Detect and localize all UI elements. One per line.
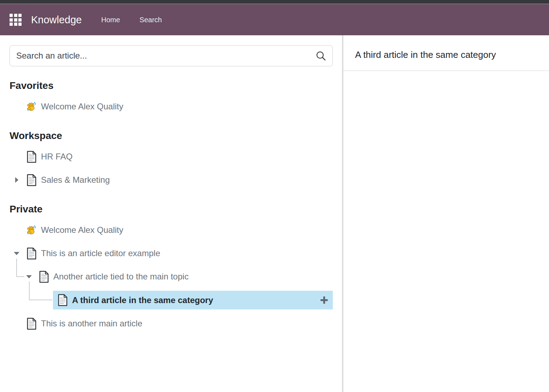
article-label[interactable]: HR FAQ [41,152,72,162]
waving-hand-icon [26,100,37,113]
article-label[interactable]: This is another main article [41,319,142,328]
tree-connector-line [16,259,24,277]
document-icon [26,247,37,260]
nav-item-search[interactable]: Search [140,16,162,24]
article-label[interactable]: Sales & Marketing [41,175,110,185]
window-top-strip [0,0,549,4]
article-content-panel: A third article in the same category [343,35,549,392]
caret-down-icon[interactable] [12,249,21,258]
nav-item-home[interactable]: Home [101,16,120,24]
waving-hand-icon [26,224,37,236]
article-item-third-article-selected[interactable]: A third article in the same category [53,291,333,309]
section-title-private: Private [10,203,333,216]
caret-slot [12,225,21,235]
caret-down-icon[interactable] [24,272,34,281]
caret-slot [12,319,21,328]
article-item-another-main[interactable]: This is another main article [10,314,333,333]
article-item-editor-example[interactable]: This is an article editor example [10,244,333,263]
document-icon [26,174,37,186]
document-icon [26,317,37,330]
app-navbar: Knowledge Home Search [0,4,549,35]
article-search-box[interactable] [10,45,333,66]
article-item-hr-faq[interactable]: HR FAQ [10,147,333,166]
caret-slot [12,102,21,111]
article-sidebar: Favorites [0,35,342,392]
article-item-welcome-favorite[interactable]: Welcome Alex Quality [10,97,333,116]
search-icon[interactable] [315,50,326,61]
app-title[interactable]: Knowledge [31,14,82,26]
article-item-third-article-row: A third article in the same category [10,291,333,309]
caret-slot [12,152,21,161]
tree-connector-line [29,281,52,300]
article-label[interactable]: Welcome Alex Quality [41,225,123,235]
article-item-another-article[interactable]: Another article tied to the main topic [10,267,333,286]
add-article-button[interactable] [319,296,329,305]
document-icon [26,150,37,163]
section-title-workspace: Workspace [10,129,333,143]
caret-right-icon[interactable] [12,175,21,185]
document-icon [57,294,68,307]
article-label[interactable]: Another article tied to the main topic [53,272,189,282]
search-input[interactable] [16,51,315,61]
title-divider [343,71,549,71]
article-item-sales-marketing[interactable]: Sales & Marketing [10,171,333,189]
article-page-title[interactable]: A third article in the same category [355,49,549,61]
article-item-welcome-private[interactable]: Welcome Alex Quality [10,221,333,239]
article-label[interactable]: Welcome Alex Quality [41,102,123,111]
section-title-favorites: Favorites [10,79,333,92]
article-label-selected: A third article in the same category [72,295,213,305]
article-label[interactable]: This is an article editor example [41,248,160,258]
apps-grid-icon[interactable] [10,14,22,26]
